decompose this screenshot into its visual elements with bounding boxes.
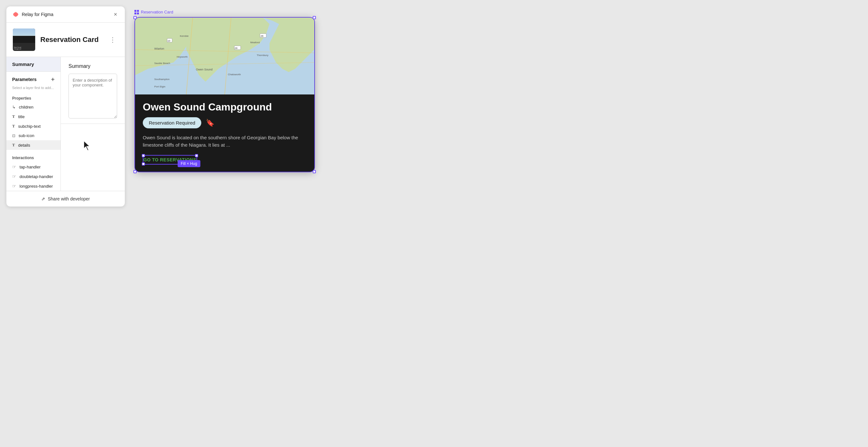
svg-text:26: 26	[260, 35, 264, 37]
share-label: Share with developer	[48, 196, 90, 201]
badges-row: Reservation Required 🔖	[143, 117, 307, 128]
share-icon: ⇗	[41, 196, 45, 201]
summary-section: Summary	[61, 57, 125, 124]
more-options-button[interactable]: ⋮	[107, 35, 118, 45]
text-icon-title: T	[12, 114, 15, 119]
map-svg: Wiarton Kemble Sauble Beach Hepworth Owe…	[135, 18, 314, 94]
app-name: Relay for Figma	[22, 12, 54, 17]
summary-textarea[interactable]	[68, 73, 117, 118]
reservation-required-badge: Reservation Required	[143, 117, 201, 128]
svg-text:26: 26	[235, 47, 238, 50]
sidebar-tab-summary[interactable]: Summary	[6, 57, 61, 72]
sidebar-item-label-tap: tap-handler	[20, 165, 41, 169]
svg-text:Southampton: Southampton	[154, 78, 169, 81]
parameters-section: Parameters +	[6, 72, 61, 85]
section-handle-tl	[142, 154, 145, 157]
svg-point-1	[14, 12, 17, 17]
app-title-row: Relay for Figma	[12, 11, 54, 18]
svg-text:Owen Sound: Owen Sound	[196, 68, 213, 71]
component-title: Reservation Card	[40, 35, 102, 44]
sidebar-item-details[interactable]: T details	[6, 140, 61, 150]
gesture-icon-doubletap: ☞	[12, 174, 16, 179]
sidebar: Summary Parameters + Select a layer firs…	[6, 57, 61, 191]
svg-rect-2	[134, 10, 136, 12]
svg-text:Chatsworth: Chatsworth	[228, 73, 241, 76]
sidebar-item-subchip-text[interactable]: T subchip-text	[6, 121, 61, 131]
campground-name: Owen Sound Campground	[143, 101, 307, 113]
properties-label: Properties	[6, 93, 61, 102]
section-handle-bl	[142, 162, 145, 166]
add-parameter-button[interactable]: +	[51, 76, 55, 83]
image-icon-sub: ⊡	[12, 133, 16, 138]
thumbnail-map	[13, 29, 35, 43]
svg-text:Thornbury: Thornbury	[257, 54, 268, 57]
relay-logo-icon	[12, 11, 19, 18]
panel-header: Relay for Figma ×	[6, 6, 125, 23]
child-icon: ↳	[12, 105, 16, 110]
text-icon-subchip: T	[12, 124, 15, 129]
left-panel: Relay for Figma × Owen SoundCampground R…	[6, 6, 125, 207]
main-content: Summary	[61, 57, 125, 191]
interactions-label: Interactions	[6, 152, 61, 162]
figma-label-text: Reservation Card	[141, 9, 173, 14]
text-icon-details: T	[12, 143, 15, 148]
reservation-card-wrapper: Wiarton Kemble Sauble Beach Hepworth Owe…	[134, 17, 315, 172]
svg-text:Port Elgin: Port Elgin	[154, 85, 165, 88]
fill-hug-badge: Fill × Hug	[178, 160, 200, 167]
gesture-icon-tap: ☞	[12, 164, 16, 169]
sidebar-item-sub-icon[interactable]: ⊡ sub-icon	[6, 131, 61, 140]
sidebar-item-label-longpress: longpress-handler	[20, 184, 53, 188]
card-footer: GO TO RESERVATIONS Fill × Hug	[143, 155, 307, 165]
handle-br	[313, 170, 316, 173]
thumbnail-text: Owen SoundCampground	[14, 47, 21, 50]
close-button[interactable]: ×	[112, 11, 119, 18]
gesture-icon-longpress: ☞	[12, 183, 16, 188]
sidebar-item-label-details: details	[18, 143, 30, 148]
bookmark-icon[interactable]: 🔖	[206, 119, 214, 127]
component-thumbnail: Owen SoundCampground	[13, 29, 35, 51]
sidebar-hint: Select a layer first to add...	[6, 85, 61, 93]
section-handle-tr	[195, 154, 198, 157]
card-map: Wiarton Kemble Sauble Beach Hepworth Owe…	[135, 18, 314, 94]
panel-body: Summary Parameters + Select a layer firs…	[6, 57, 125, 191]
interactions-section: Interactions ☞ tap-handler ☞ doubletap-h…	[6, 152, 61, 191]
sidebar-item-label-title: title	[18, 114, 25, 119]
sidebar-item-longpress-handler[interactable]: ☞ longpress-handler	[6, 181, 61, 191]
svg-text:Wiarton: Wiarton	[154, 47, 164, 50]
sidebar-item-children[interactable]: ↳ children	[6, 102, 61, 112]
svg-text:10: 10	[167, 39, 170, 42]
sidebar-item-tap-handler[interactable]: ☞ tap-handler	[6, 162, 61, 172]
sidebar-item-label-subicon: sub-icon	[19, 133, 34, 138]
svg-text:Sauble Beach: Sauble Beach	[154, 62, 170, 65]
sidebar-item-label-children: children	[19, 105, 34, 110]
card-description: Owen Sound is located on the southern sh…	[143, 134, 307, 149]
svg-rect-3	[137, 10, 139, 12]
figma-component-label: Reservation Card	[134, 9, 173, 14]
panel-footer: ⇗ Share with developer	[6, 191, 125, 207]
svg-text:Hepworth: Hepworth	[177, 55, 188, 58]
summary-title: Summary	[68, 63, 117, 69]
handle-bl	[133, 170, 137, 173]
svg-text:Meaford: Meaford	[250, 41, 259, 44]
svg-text:Kemble: Kemble	[180, 35, 189, 37]
figma-grid-icon	[134, 10, 139, 14]
svg-rect-5	[137, 12, 139, 14]
sidebar-item-label-subchip: subchip-text	[18, 124, 41, 129]
sidebar-item-label-doubletap: doubletap-handler	[20, 174, 53, 179]
parameters-label: Parameters	[12, 77, 36, 82]
sidebar-item-doubletap-handler[interactable]: ☞ doubletap-handler	[6, 172, 61, 181]
svg-rect-4	[134, 12, 136, 14]
reservation-card: Wiarton Kemble Sauble Beach Hepworth Owe…	[135, 18, 314, 172]
sidebar-item-title[interactable]: T title	[6, 112, 61, 121]
component-header: Owen SoundCampground Reservation Card ⋮	[6, 23, 125, 57]
right-panel: Reservation Card	[134, 6, 862, 172]
card-content: Owen Sound Campground Reservation Requir…	[135, 94, 314, 172]
share-with-developer-button[interactable]: ⇗ Share with developer	[41, 196, 90, 201]
